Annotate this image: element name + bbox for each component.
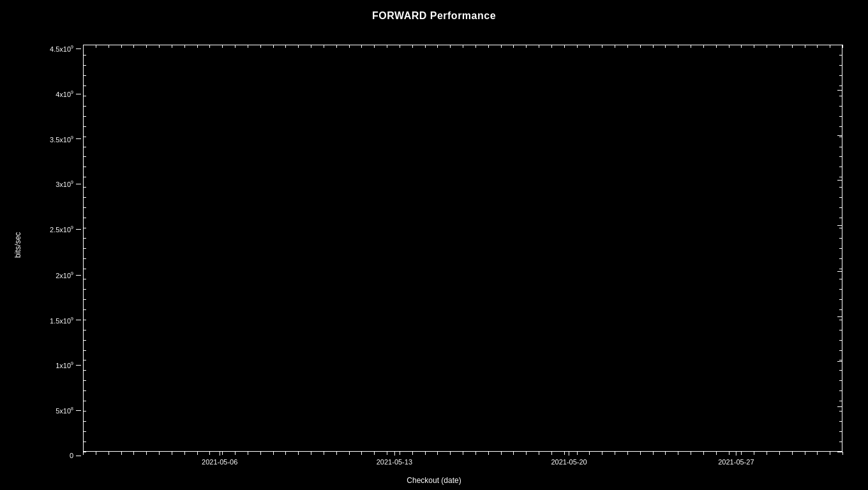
border-tick-left — [83, 45, 86, 45]
border-tick-right — [839, 279, 842, 279]
border-tick-left — [83, 85, 86, 86]
border-tick-right — [839, 269, 842, 269]
border-tick-right — [839, 137, 842, 137]
border-tick-top — [133, 45, 134, 48]
border-tick-right — [839, 65, 842, 66]
border-tick-bottom — [133, 452, 134, 455]
border-tick-right — [839, 238, 842, 239]
border-tick-top — [425, 45, 426, 48]
x-tick-may13: 2021-05-13 — [377, 452, 412, 466]
border-tick-bottom — [248, 452, 248, 455]
border-tick-right — [839, 360, 842, 360]
border-tick-top — [691, 45, 691, 48]
border-tick-right — [839, 390, 842, 391]
border-tick-bottom — [361, 452, 362, 455]
border-tick-top — [665, 45, 666, 48]
border-tick-bottom — [197, 452, 198, 455]
border-tick-top — [577, 45, 578, 48]
border-tick-top — [450, 45, 451, 48]
y-tick-right-3e9 — [837, 180, 842, 181]
x-tick-may06: 2021-05-06 — [202, 452, 237, 466]
border-tick-right — [839, 248, 842, 249]
border-tick-top — [412, 45, 413, 48]
border-tick-top — [627, 45, 628, 48]
border-tick-top — [640, 45, 641, 48]
border-tick-top — [805, 45, 805, 48]
border-tick-bottom — [450, 452, 451, 455]
border-tick-top — [222, 45, 223, 48]
y-tick-2-5e9: 2.5x109 — [22, 225, 81, 234]
border-tick-right — [839, 452, 842, 452]
border-tick-left — [83, 421, 86, 422]
border-tick-top — [526, 45, 527, 48]
border-tick-top — [298, 45, 299, 48]
border-tick-top — [513, 45, 514, 48]
border-tick-right — [839, 187, 842, 188]
border-tick-left — [83, 279, 86, 279]
border-tick-bottom — [425, 452, 426, 455]
border-tick-top — [374, 45, 375, 48]
border-tick-left — [83, 269, 86, 269]
border-tick-right — [839, 320, 842, 320]
y-tick-4-5e9: 4.5x109 — [22, 45, 81, 53]
border-tick-top — [551, 45, 552, 48]
border-tick-top — [842, 45, 843, 48]
chart-title: FORWARD Performance — [0, 10, 868, 22]
border-tick-top — [159, 45, 160, 48]
border-tick-bottom — [627, 452, 628, 455]
border-tick-top — [197, 45, 198, 48]
border-tick-top — [285, 45, 286, 48]
border-tick-bottom — [374, 452, 375, 455]
border-tick-top — [260, 45, 261, 48]
border-tick-top — [387, 45, 387, 48]
border-tick-bottom — [602, 452, 602, 455]
y-tick-right-1-5e9 — [837, 316, 842, 317]
border-tick-top — [324, 45, 324, 48]
y-tick-1e9: 1x109 — [22, 361, 81, 369]
border-tick-left — [83, 218, 86, 218]
border-tick-bottom — [691, 452, 691, 455]
border-tick-left — [83, 238, 86, 239]
border-tick-bottom — [817, 452, 818, 455]
border-tick-top — [703, 45, 704, 48]
border-tick-right — [839, 309, 842, 310]
border-tick-top — [589, 45, 590, 48]
border-tick-left — [83, 197, 86, 198]
border-tick-right — [839, 431, 842, 432]
border-tick-left — [83, 248, 86, 249]
border-tick-right — [839, 411, 842, 412]
x-axis-label: Checkout (date) — [0, 476, 868, 485]
border-tick-bottom — [298, 452, 299, 455]
border-tick-left — [83, 452, 86, 452]
y-axis-label: bits/sec — [13, 232, 22, 258]
border-tick-bottom — [842, 452, 843, 455]
border-tick-top — [96, 45, 96, 48]
border-tick-top — [792, 45, 793, 48]
border-tick-top — [273, 45, 274, 48]
border-tick-bottom — [108, 452, 109, 455]
border-tick-right — [839, 45, 842, 45]
border-tick-top — [767, 45, 767, 48]
border-tick-bottom — [324, 452, 324, 455]
border-tick-left — [83, 431, 86, 432]
border-tick-left — [83, 299, 86, 300]
border-tick-left — [83, 309, 86, 310]
border-tick-bottom — [437, 452, 438, 455]
border-tick-left — [83, 258, 86, 259]
border-tick-left — [83, 411, 86, 412]
border-tick-right — [839, 258, 842, 259]
border-tick-top — [463, 45, 463, 48]
border-tick-bottom — [678, 452, 678, 455]
border-tick-top — [615, 45, 615, 48]
border-tick-left — [83, 106, 86, 107]
y-tick-4e9: 4x109 — [22, 90, 81, 98]
border-tick-bottom — [665, 452, 666, 455]
border-tick-left — [83, 137, 86, 137]
border-tick-top — [248, 45, 248, 48]
border-tick-bottom — [830, 452, 830, 455]
border-tick-bottom — [336, 452, 337, 455]
border-tick-right — [839, 96, 842, 96]
border-tick-left — [83, 360, 86, 360]
y-tick-5e8: 5x108 — [22, 406, 81, 415]
border-tick-left — [83, 330, 86, 330]
